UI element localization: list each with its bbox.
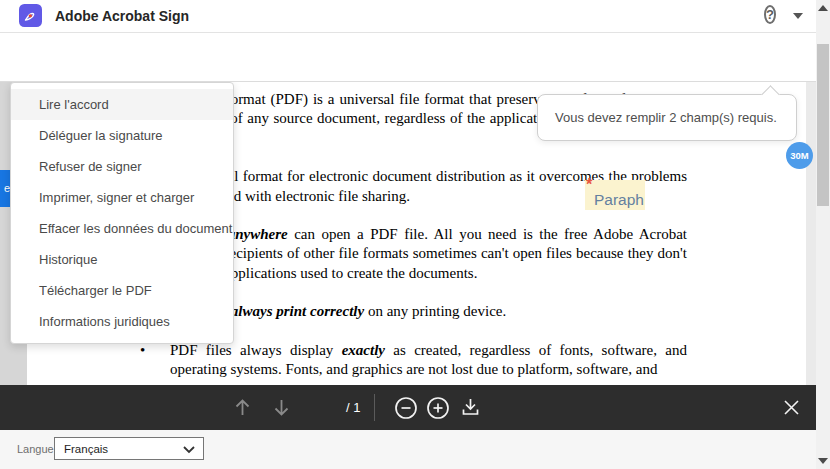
acrobat-sign-logo-icon (19, 4, 42, 27)
select-chevron-icon (183, 446, 195, 454)
toolbar-divider (0, 81, 816, 82)
options-menu: Lire l'accordDéléguer la signatureRefuse… (10, 82, 234, 344)
help-chevron-down-icon[interactable] (793, 13, 803, 19)
menu-item[interactable]: Lire l'accord (11, 89, 233, 120)
app-window: Portable Document Format (PDF) is a univ… (0, 0, 830, 469)
menu-item[interactable]: Refuser de signer (11, 151, 233, 182)
document-list-item: •PDF files always display exactly as cre… (100, 341, 687, 380)
required-asterisk: * (586, 176, 592, 194)
download-icon[interactable] (459, 396, 482, 423)
toolbar-divider (374, 394, 375, 421)
footer-bar: Langue Français (0, 430, 830, 469)
viewport-right-margin (806, 82, 816, 385)
page-total-label: / 1 (346, 385, 360, 430)
language-label: Langue (17, 443, 54, 455)
tooltip-text: Vous devez remplir 2 champ(s) requis. (555, 95, 777, 140)
menu-item[interactable]: Effacer les données du document (11, 213, 233, 244)
vertical-scrollbar[interactable] (816, 0, 830, 469)
pdf-toolbar: 1 / 1 (0, 385, 816, 430)
zoom-in-button[interactable] (425, 395, 451, 425)
scrollbar-thumb[interactable] (817, 44, 829, 206)
close-button[interactable] (783, 399, 800, 420)
previous-page-button[interactable] (233, 397, 252, 422)
help-icon: ? (764, 5, 776, 24)
required-fields-tooltip: Vous devez remplir 2 champ(s) requis. (537, 94, 797, 141)
zoom-out-button[interactable] (393, 395, 419, 425)
help-button[interactable]: ? (764, 5, 786, 27)
badge-30m[interactable]: 30M (786, 142, 813, 169)
app-header: Adobe Acrobat Sign ? (0, 0, 816, 33)
menu-item[interactable]: Imprimer, signer et charger (11, 182, 233, 213)
language-select[interactable]: Français (54, 437, 204, 460)
menu-item[interactable]: Informations juridiques (11, 306, 233, 337)
scroll-up-icon[interactable] (818, 5, 828, 11)
next-page-button[interactable] (272, 397, 291, 422)
initials-field[interactable]: * Paraph (585, 180, 645, 210)
language-value: Français (64, 443, 108, 455)
menu-item[interactable]: Télécharger le PDF (11, 275, 233, 306)
app-title: Adobe Acrobat Sign (55, 0, 189, 32)
scroll-down-icon[interactable] (818, 458, 828, 464)
initials-field-label: Paraph (594, 191, 644, 209)
options-bar (0, 33, 816, 81)
menu-item[interactable]: Historique (11, 244, 233, 275)
next-field-tab[interactable]: e (0, 170, 10, 207)
menu-item[interactable]: Déléguer la signature (11, 120, 233, 151)
